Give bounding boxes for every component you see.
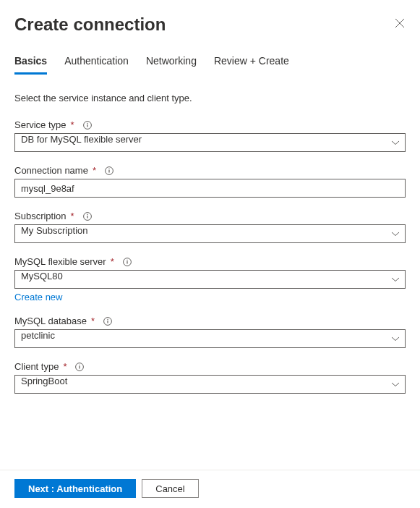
svg-rect-16 [107,321,108,323]
tab-basics[interactable]: Basics [14,55,47,75]
connection-name-input[interactable] [14,179,406,198]
svg-point-15 [107,318,108,319]
svg-rect-4 [87,124,87,127]
client-type-select[interactable]: SpringBoot [14,375,406,394]
dialog-footer: Next : Authentication Cancel [0,470,420,508]
svg-rect-19 [80,366,80,369]
required-indicator: * [63,361,67,372]
connection-name-group: Connection name * [14,165,406,198]
info-icon[interactable] [83,212,92,221]
tab-bar: Basics Authentication Networking Review … [14,55,406,75]
info-icon[interactable] [123,258,132,266]
mysql-server-label: MySQL flexible server [14,256,106,267]
subscription-select[interactable]: My Subscription [14,224,406,243]
svg-rect-10 [87,216,87,219]
mysql-server-group: MySQL flexible server * MySQL80 Create n… [14,256,406,302]
cancel-button[interactable]: Cancel [142,479,198,498]
subscription-group: Subscription * My Subscription [14,211,406,243]
close-icon [395,18,405,28]
svg-point-9 [87,213,87,214]
mysql-database-label: MySQL database [14,316,87,326]
service-type-group: Service type * DB for MySQL flexible ser… [14,119,406,152]
next-button[interactable]: Next : Authentication [14,479,136,498]
client-type-group: Client type * SpringBoot [14,361,406,394]
svg-point-6 [108,168,109,169]
close-button[interactable] [394,17,406,29]
svg-point-3 [87,122,87,123]
required-indicator: * [111,256,114,267]
service-type-label: Service type [14,119,67,130]
client-type-label: Client type [14,361,59,372]
required-indicator: * [71,119,74,130]
mysql-database-group: MySQL database * petclinic [14,316,406,348]
create-new-link[interactable]: Create new [14,292,62,302]
service-type-select[interactable]: DB for MySQL flexible server [14,133,406,152]
page-title: Create connection [14,14,166,35]
connection-name-label: Connection name [14,165,88,176]
required-indicator: * [91,316,95,326]
mysql-database-select[interactable]: petclinic [14,329,406,348]
dialog-header: Create connection [14,14,406,35]
info-icon[interactable] [75,363,84,371]
info-icon[interactable] [83,121,92,130]
svg-point-12 [127,259,127,260]
instruction-text: Select the service instance and client t… [14,93,406,103]
mysql-server-select[interactable]: MySQL80 [14,270,406,289]
info-icon[interactable] [105,166,113,175]
tab-review-create[interactable]: Review + Create [214,55,289,75]
svg-point-18 [80,364,80,365]
tab-authentication[interactable]: Authentication [64,55,129,75]
required-indicator: * [93,165,96,176]
subscription-label: Subscription [14,211,67,221]
tab-networking[interactable]: Networking [146,55,197,75]
svg-rect-7 [108,170,109,173]
info-icon[interactable] [103,317,112,326]
required-indicator: * [71,211,74,221]
svg-rect-13 [127,261,127,264]
